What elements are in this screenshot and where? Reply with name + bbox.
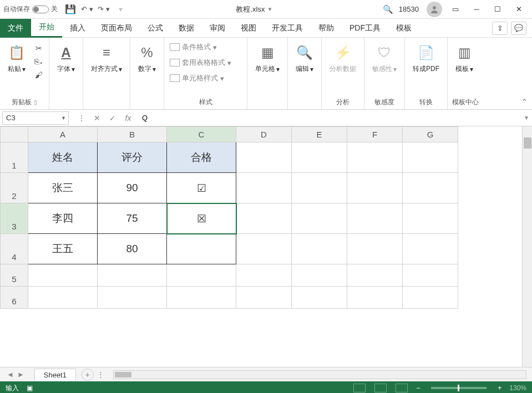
normal-view-icon[interactable] (353, 384, 366, 392)
redo-icon[interactable]: ↷ ▾ (98, 3, 110, 16)
page-layout-view-icon[interactable] (374, 384, 387, 392)
cell-B2[interactable]: 90 (98, 173, 167, 203)
qat-customize-icon[interactable]: ▿ (114, 3, 126, 16)
tab-file[interactable]: 文件 (0, 19, 31, 38)
tab-insert[interactable]: 插入 (62, 19, 93, 38)
sheet-prev-icon[interactable]: ◄ (6, 370, 15, 379)
row-header-5[interactable]: 5 (1, 264, 28, 287)
cell-G6[interactable] (403, 287, 458, 309)
cell-B5[interactable] (98, 264, 167, 287)
cell-G3[interactable] (403, 203, 458, 234)
font-button[interactable]: A 字体 ▾ (54, 40, 78, 76)
cell-F6[interactable] (347, 287, 403, 309)
cell-B6[interactable] (98, 287, 167, 309)
fx-icon[interactable]: fx (121, 111, 135, 125)
cell-E5[interactable] (292, 264, 347, 287)
cell-E3[interactable] (292, 203, 347, 234)
cell-C1[interactable]: 合格 (167, 142, 236, 173)
cell-E6[interactable] (292, 287, 347, 309)
add-sheet-icon[interactable]: + (82, 369, 94, 381)
cell-C2[interactable]: ☑ (167, 173, 236, 203)
tab-formula[interactable]: 公式 (140, 19, 171, 38)
cell-F3[interactable] (347, 203, 403, 234)
col-header-B[interactable]: B (98, 127, 167, 142)
doc-dropdown-icon[interactable]: ▼ (267, 6, 272, 12)
cell-C4[interactable] (167, 234, 236, 264)
cell-B3[interactable]: 75 (98, 203, 167, 234)
close-icon[interactable]: ✕ (509, 2, 529, 17)
cell-A1[interactable]: 姓名 (28, 142, 98, 173)
macro-record-icon[interactable]: ▣ (27, 384, 33, 392)
cell-B4[interactable]: 80 (98, 234, 167, 264)
copy-icon[interactable]: ⎘▾ (33, 57, 44, 67)
tab-data[interactable]: 数据 (171, 19, 202, 38)
tab-pdf[interactable]: PDF工具 (342, 19, 388, 38)
toggle-switch[interactable] (32, 6, 49, 13)
templates-button[interactable]: ▥ 模板 ▾ (452, 40, 477, 76)
fx-more-icon[interactable]: ⋮ (74, 111, 89, 125)
row-header-4[interactable]: 4 (1, 234, 28, 264)
convert-pdf-button[interactable]: 📄 转成PDF (409, 40, 443, 76)
comments-icon[interactable]: 💬 (511, 22, 526, 35)
zoom-level[interactable]: 130% (509, 384, 526, 392)
row-header-3[interactable]: 3 (1, 203, 28, 234)
maximize-icon[interactable]: ☐ (488, 2, 508, 17)
tab-template[interactable]: 模板 (388, 19, 419, 38)
cell-F4[interactable] (347, 234, 403, 264)
sheet-tab-1[interactable]: Sheet1 (34, 369, 76, 381)
cell-C5[interactable] (167, 264, 236, 287)
zoom-out-icon[interactable]: − (416, 384, 420, 392)
cell-E1[interactable] (292, 142, 347, 173)
cell-D5[interactable] (236, 264, 292, 287)
align-button[interactable]: ≡ 对齐方式 ▾ (88, 40, 125, 76)
zoom-slider[interactable] (431, 387, 487, 389)
cell-D6[interactable] (236, 287, 292, 309)
cell-D4[interactable] (236, 234, 292, 264)
row-header-2[interactable]: 2 (1, 173, 28, 203)
launcher-icon[interactable]: ▯ (34, 99, 37, 105)
cell-G1[interactable] (403, 142, 458, 173)
cell-B1[interactable]: 评分 (98, 142, 167, 173)
vertical-scrollbar[interactable] (522, 126, 532, 367)
user-avatar-icon[interactable] (427, 2, 442, 17)
tab-home[interactable]: 开始 (31, 19, 62, 38)
formula-expand-icon[interactable]: ▼ (521, 115, 532, 121)
conditional-format-button[interactable]: 条件格式 ▾ (169, 40, 218, 54)
horizontal-scrollbar[interactable] (113, 370, 526, 379)
cell-E2[interactable] (292, 173, 347, 203)
cell-G4[interactable] (403, 234, 458, 264)
autosave-toggle[interactable]: 自动保存 关 (3, 4, 58, 14)
cut-icon[interactable]: ✂ (33, 43, 44, 53)
cell-G5[interactable] (403, 264, 458, 287)
cell-A3[interactable]: 李四 (28, 203, 98, 234)
name-box[interactable]: C3 ▼ (2, 111, 69, 125)
name-box-dropdown-icon[interactable]: ▼ (61, 115, 66, 121)
select-all-corner[interactable] (1, 127, 28, 142)
format-painter-icon[interactable]: 🖌 (33, 70, 44, 80)
sheet-divider-icon[interactable]: ⋮ (94, 370, 108, 379)
cell-F1[interactable] (347, 142, 403, 173)
cell-style-button[interactable]: 单元格样式 ▾ (169, 71, 225, 85)
save-icon[interactable]: 💾 (64, 3, 77, 16)
cell-D3[interactable] (236, 203, 292, 234)
cell-F2[interactable] (347, 173, 403, 203)
col-header-D[interactable]: D (236, 127, 292, 142)
col-header-F[interactable]: F (347, 127, 403, 142)
cell-A4[interactable]: 王五 (28, 234, 98, 264)
collapse-ribbon-icon[interactable]: ⌃ (521, 98, 528, 106)
sheet-next-icon[interactable]: ► (16, 370, 26, 379)
tab-view[interactable]: 视图 (233, 19, 264, 38)
cell-A5[interactable] (28, 264, 98, 287)
scrollbar-thumb[interactable] (524, 137, 531, 149)
undo-icon[interactable]: ↶ ▾ (81, 3, 93, 16)
zoom-in-icon[interactable]: + (498, 384, 501, 392)
paste-button[interactable]: 📋 粘贴 ▾ (4, 40, 29, 76)
tab-dev[interactable]: 开发工具 (264, 19, 311, 38)
share-icon[interactable]: ⇪ (492, 22, 508, 35)
cell-E4[interactable] (292, 234, 347, 264)
editing-button[interactable]: 🔍 编辑 ▾ (292, 40, 317, 76)
cell-G2[interactable] (403, 173, 458, 203)
cell-D2[interactable] (236, 173, 292, 203)
confirm-icon[interactable]: ✓ (105, 111, 120, 125)
col-header-A[interactable]: A (28, 127, 98, 142)
